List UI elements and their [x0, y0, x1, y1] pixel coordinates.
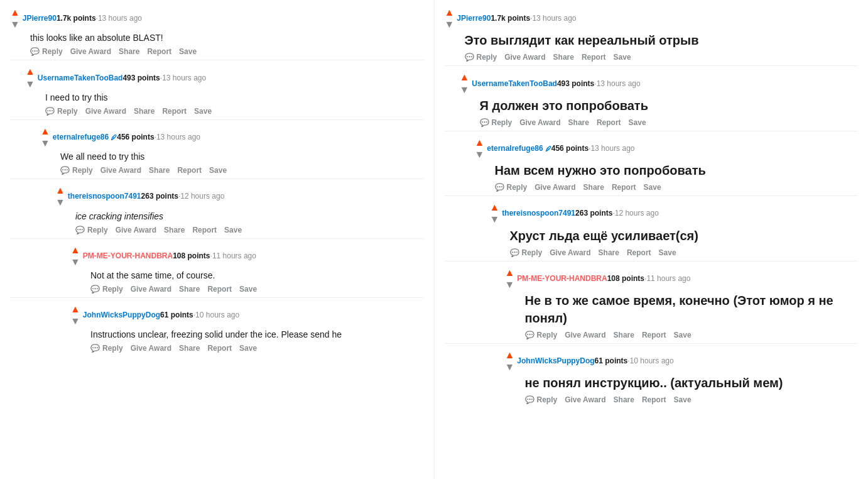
upvote-arrow[interactable]: ▲ — [490, 201, 500, 213]
username[interactable]: JohnWicksPuppyDog — [517, 356, 594, 365]
upvote-arrow[interactable]: ▲ — [10, 6, 20, 18]
action-report[interactable]: Report — [597, 118, 621, 127]
action-save[interactable]: Save — [239, 344, 257, 353]
action-save[interactable]: Save — [224, 226, 242, 234]
action-report[interactable]: Report — [627, 248, 651, 257]
downvote-arrow[interactable]: ▼ — [70, 315, 80, 327]
downvote-arrow[interactable]: ▼ — [70, 256, 80, 268]
action-share[interactable]: Share — [553, 53, 574, 62]
upvote-arrow[interactable]: ▲ — [505, 267, 515, 278]
action-save[interactable]: Save — [644, 183, 661, 192]
action-reply[interactable]: 💬Reply — [465, 53, 497, 62]
downvote-arrow[interactable]: ▼ — [475, 148, 485, 160]
action-reply[interactable]: 💬Reply — [525, 331, 558, 339]
upvote-arrow[interactable]: ▲ — [505, 349, 515, 361]
action-share[interactable]: Share — [614, 331, 634, 339]
action-give-award[interactable]: Give Award — [519, 118, 560, 127]
downvote-arrow[interactable]: ▼ — [10, 18, 20, 30]
action-reply[interactable]: 💬Reply — [525, 395, 558, 404]
downvote-arrow[interactable]: ▼ — [505, 278, 515, 290]
username[interactable]: PM-ME-YOUR-HANDBRA — [83, 251, 173, 260]
action-report[interactable]: Report — [207, 285, 232, 294]
upvote-arrow[interactable]: ▲ — [445, 6, 455, 18]
username[interactable]: PM-ME-YOUR-HANDBRA — [517, 274, 607, 283]
action-give-award[interactable]: Give Award — [504, 53, 545, 62]
upvote-arrow[interactable]: ▲ — [475, 136, 485, 148]
action-give-award[interactable]: Give Award — [70, 47, 111, 56]
action-report[interactable]: Report — [612, 183, 636, 192]
downvote-arrow[interactable]: ▼ — [40, 137, 50, 149]
action-save[interactable]: Save — [239, 285, 257, 294]
action-save[interactable]: Save — [674, 395, 692, 404]
action-share[interactable]: Share — [149, 166, 170, 175]
action-save[interactable]: Save — [209, 166, 227, 175]
upvote-arrow[interactable]: ▲ — [70, 303, 80, 315]
action-give-award[interactable]: Give Award — [116, 226, 156, 234]
downvote-arrow[interactable]: ▼ — [505, 361, 515, 373]
downvote-arrow[interactable]: ▼ — [445, 18, 455, 30]
action-give-award[interactable]: Give Award — [85, 107, 126, 116]
action-reply[interactable]: 💬Reply — [30, 47, 63, 56]
action-share[interactable]: Share — [583, 183, 604, 192]
action-give-award[interactable]: Give Award — [131, 344, 171, 353]
action-report[interactable]: Report — [207, 344, 232, 353]
comment-divider — [10, 60, 424, 60]
action-share[interactable]: Share — [568, 118, 589, 127]
action-reply[interactable]: 💬Reply — [75, 226, 108, 234]
username[interactable]: thereisnospoon7491 — [68, 192, 141, 201]
action-share[interactable]: Share — [164, 226, 185, 234]
username[interactable]: UsernameTakenTooBad — [472, 79, 557, 88]
upvote-arrow[interactable]: ▲ — [460, 71, 470, 83]
action-give-award[interactable]: Give Award — [565, 331, 605, 339]
action-share[interactable]: Share — [119, 47, 139, 56]
action-reply[interactable]: 💬Reply — [480, 118, 513, 127]
action-report[interactable]: Report — [177, 166, 202, 175]
action-share[interactable]: Share — [179, 285, 200, 294]
action-give-award[interactable]: Give Award — [550, 248, 590, 257]
action-report[interactable]: Report — [642, 395, 666, 404]
comment-text-row: Я должен это попробовать💬ReplyGive Award… — [480, 97, 859, 127]
action-give-award[interactable]: Give Award — [100, 166, 141, 175]
username[interactable]: JPierre90 — [457, 14, 491, 23]
action-save[interactable]: Save — [194, 107, 212, 116]
action-reply[interactable]: 💬Reply — [495, 183, 528, 192]
action-save[interactable]: Save — [179, 47, 197, 56]
action-report[interactable]: Report — [162, 107, 187, 116]
username[interactable]: JPierre90 — [23, 14, 57, 23]
downvote-arrow[interactable]: ▼ — [25, 78, 35, 90]
vote-arrows: ▲▼ — [475, 136, 485, 160]
action-save[interactable]: Save — [614, 53, 631, 62]
action-reply[interactable]: 💬Reply — [510, 248, 543, 257]
action-share[interactable]: Share — [614, 395, 634, 404]
downvote-arrow[interactable]: ▼ — [460, 84, 470, 96]
downvote-arrow[interactable]: ▼ — [55, 196, 65, 208]
action-give-award[interactable]: Give Award — [131, 285, 171, 294]
action-give-award[interactable]: Give Award — [534, 183, 575, 192]
action-save[interactable]: Save — [659, 248, 676, 257]
username[interactable]: JohnWicksPuppyDog — [83, 311, 160, 319]
action-reply[interactable]: 💬Reply — [45, 107, 78, 116]
username[interactable]: UsernameTakenTooBad — [38, 74, 123, 82]
action-reply[interactable]: 💬Reply — [60, 166, 93, 175]
upvote-arrow[interactable]: ▲ — [40, 125, 50, 137]
action-report[interactable]: Report — [192, 226, 217, 234]
action-reply[interactable]: 💬Reply — [90, 344, 123, 353]
action-save[interactable]: Save — [629, 118, 646, 127]
comment-meta-row: ▲▼PM-ME-YOUR-HANDBRA 108 points · 11 hou… — [505, 267, 859, 290]
action-save[interactable]: Save — [674, 331, 692, 339]
username[interactable]: thereisnospoon7491 — [502, 209, 575, 217]
username[interactable]: eternalrefuge86 — [487, 144, 551, 153]
action-report[interactable]: Report — [147, 47, 171, 56]
downvote-arrow[interactable]: ▼ — [490, 213, 500, 225]
username[interactable]: eternalrefuge86 — [53, 133, 117, 141]
action-give-award[interactable]: Give Award — [565, 395, 605, 404]
action-share[interactable]: Share — [134, 107, 155, 116]
action-share[interactable]: Share — [599, 248, 619, 257]
upvote-arrow[interactable]: ▲ — [70, 244, 80, 256]
upvote-arrow[interactable]: ▲ — [55, 184, 65, 196]
action-share[interactable]: Share — [179, 344, 200, 353]
action-report[interactable]: Report — [642, 331, 666, 339]
action-reply[interactable]: 💬Reply — [90, 285, 123, 294]
upvote-arrow[interactable]: ▲ — [25, 65, 35, 77]
action-report[interactable]: Report — [582, 53, 606, 62]
